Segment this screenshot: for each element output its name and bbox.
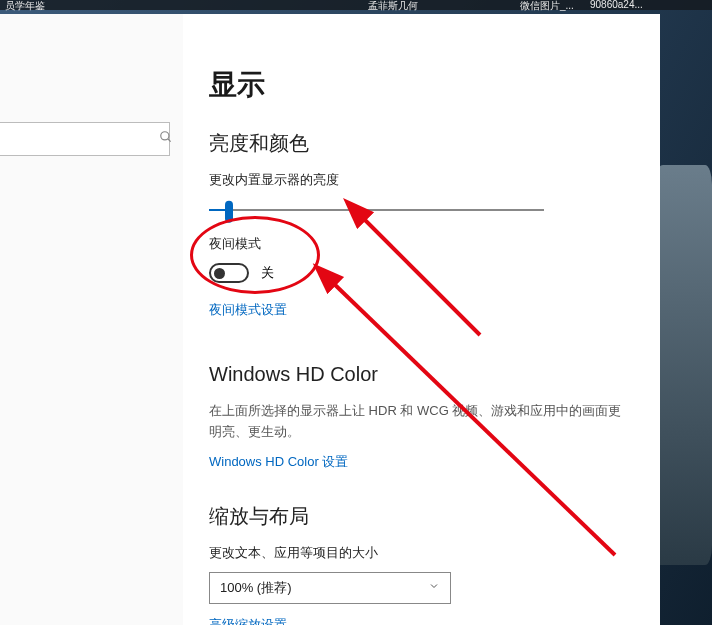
nightlight-state: 关 (261, 264, 274, 282)
settings-window: 显示 亮度和颜色 更改内置显示器的亮度 夜间模式 关 夜间模式设置 Window… (0, 14, 660, 625)
search-input[interactable] (0, 122, 170, 156)
brightness-slider[interactable] (209, 199, 544, 223)
taskbar-item[interactable]: 孟菲斯几何 (368, 0, 418, 13)
taskbar-item[interactable]: 微信图片_... (520, 0, 574, 13)
hdcolor-settings-link[interactable]: Windows HD Color 设置 (209, 453, 348, 471)
scale-section-heading: 缩放与布局 (209, 503, 634, 530)
brightness-label: 更改内置显示器的亮度 (209, 171, 634, 189)
search-icon (159, 130, 173, 148)
nightlight-toggle[interactable] (209, 263, 249, 283)
svg-line-1 (168, 139, 171, 142)
scale-label: 更改文本、应用等项目的大小 (209, 544, 634, 562)
search-field[interactable] (0, 132, 159, 147)
taskbar-item[interactable]: 90860a24... (590, 0, 643, 10)
page-title: 显示 (209, 66, 634, 104)
taskbar-item[interactable]: 员学年鉴 (5, 0, 45, 13)
scale-dropdown-value: 100% (推荐) (220, 579, 292, 597)
nightlight-settings-link[interactable]: 夜间模式设置 (209, 301, 287, 319)
hdcolor-section-heading: Windows HD Color (209, 363, 634, 386)
svg-point-0 (161, 132, 169, 140)
desktop-taskbar: 员学年鉴 孟菲斯几何 微信图片_... 90860a24... (0, 0, 712, 10)
advanced-scale-link[interactable]: 高级缩放设置 (209, 616, 287, 625)
settings-sidebar (0, 14, 183, 625)
brightness-section-heading: 亮度和颜色 (209, 130, 634, 157)
slider-thumb[interactable] (225, 201, 233, 223)
settings-main: 显示 亮度和颜色 更改内置显示器的亮度 夜间模式 关 夜间模式设置 Window… (183, 14, 660, 625)
chevron-down-icon (428, 580, 440, 595)
hdcolor-description: 在上面所选择的显示器上让 HDR 和 WCG 视频、游戏和应用中的画面更明亮、更… (209, 400, 634, 443)
scale-dropdown[interactable]: 100% (推荐) (209, 572, 451, 604)
nightlight-label: 夜间模式 (209, 235, 634, 253)
